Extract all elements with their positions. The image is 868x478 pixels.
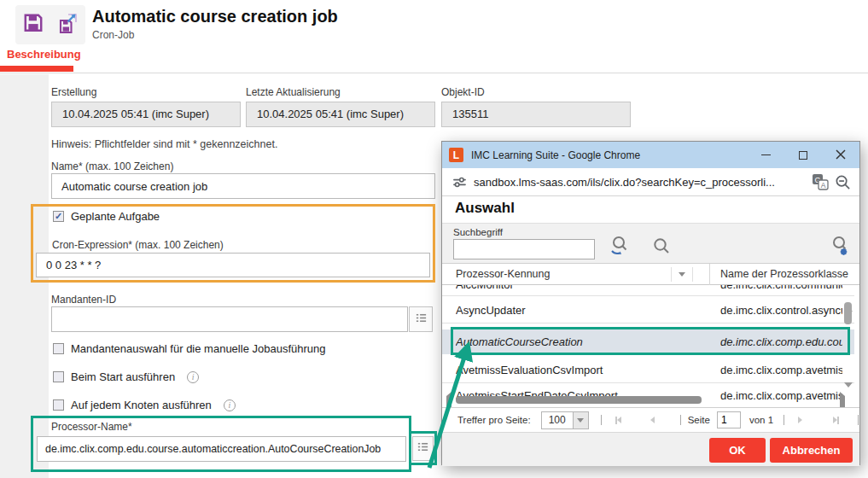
search-button[interactable]: [647, 234, 676, 261]
column-divider: [709, 264, 710, 285]
toolbar: [15, 5, 85, 44]
site-info-icon[interactable]: [452, 175, 467, 189]
last-page-button[interactable]: [833, 417, 839, 424]
active-tab-indicator: [0, 66, 73, 72]
url-bar[interactable]: sandbox.lms-saas.com/ils/clix.do?searchK…: [442, 168, 859, 196]
popup-footer: OK Abbrechen: [442, 432, 859, 466]
row-klasse: de.imc.clix.control.asyncupdate.As: [720, 304, 842, 317]
run-on-every-node-checkbox[interactable]: [53, 399, 64, 411]
tabbar-divider: [0, 73, 868, 73]
name-input[interactable]: [51, 173, 435, 199]
client-id-label: Mandanten-ID: [51, 294, 116, 306]
required-fields-hint: Hinweis: Pflichtfelder sind mit * gekenn…: [51, 138, 277, 150]
next-page-button[interactable]: [798, 417, 802, 423]
created-label: Erstellung: [51, 86, 241, 98]
info-icon[interactable]: [224, 399, 236, 411]
scheduled-task-row: Geplante Aufgabe: [53, 210, 160, 223]
imc-favicon: L: [449, 148, 463, 162]
popup-heading: Auswahl: [455, 200, 515, 217]
page-label: Seite: [688, 415, 710, 425]
search-refresh-icon: [608, 235, 630, 260]
row-kennung: AutomaticCourseCreation: [456, 335, 695, 348]
page-total-label: von 1: [749, 415, 773, 425]
row-kennung: AsyncUpdater: [456, 304, 695, 317]
horizontal-scrollbar-thumb[interactable]: [456, 396, 702, 404]
table-row[interactable]: AvetmissEvaluationCsvImport de.imc.clix.…: [442, 357, 854, 383]
run-on-every-node-row: Auf jedem Knoten ausführen: [53, 399, 236, 411]
page-subtitle: Cron-Job: [92, 29, 134, 41]
row-klasse: de.imc.clix.comp.avetmiss.csvimp: [720, 389, 842, 402]
window-titlebar: L IMC Learning Suite - Google Chrome: [442, 142, 859, 168]
cancel-button[interactable]: Abbrechen: [770, 438, 853, 463]
url-text[interactable]: sandbox.lms-saas.com/ils/clix.do?searchK…: [474, 176, 806, 189]
close-icon: [836, 148, 846, 163]
search-panel: Suchbegriff: [442, 224, 859, 264]
tab-beschreibung[interactable]: Beschreibung: [7, 48, 81, 61]
updated-label: Letzte Aktualisierung: [246, 86, 435, 98]
maximize-icon: [799, 151, 807, 160]
column-header-klasse[interactable]: Name der Prozessorklasse: [720, 268, 848, 280]
translate-icon[interactable]: GA: [812, 173, 829, 190]
processor-name-label: Processor-Name*: [51, 421, 132, 433]
name-label: Name* (max. 100 Zeichen): [51, 160, 173, 172]
column-filter-dropdown[interactable]: [671, 267, 693, 282]
search-settings-icon: [828, 235, 850, 260]
table-row[interactable]: AsyncUpdater de.imc.clix.control.asyncup…: [442, 297, 854, 324]
processor-picker-button[interactable]: [412, 436, 434, 461]
scheduled-task-label: Geplante Aufgabe: [71, 210, 160, 223]
save-icon: [22, 12, 44, 38]
save-and-exit-button[interactable]: [55, 12, 80, 38]
per-page-select[interactable]: 100: [541, 411, 589, 429]
window-title: IMC Learning Suite - Google Chrome: [471, 149, 747, 161]
svg-text:A: A: [821, 181, 826, 189]
run-on-every-node-label: Auf jedem Knoten ausführen: [71, 399, 212, 411]
maximize-button[interactable]: [784, 142, 822, 168]
page-title: Automatic course creation job: [92, 7, 338, 26]
created-field-group: Erstellung 10.04.2025 05:41 (imc Super): [51, 86, 241, 127]
chevron-down-icon: [573, 412, 588, 428]
main-page: Automatic course creation job Cron-Job B…: [0, 0, 868, 478]
search-refresh-button[interactable]: [604, 234, 633, 261]
scroll-down-arrow[interactable]: [844, 388, 853, 403]
cron-input[interactable]: [36, 253, 430, 277]
minimize-button[interactable]: [747, 142, 784, 168]
updated-field-group: Letzte Aktualisierung 10.04.2025 05:41 (…: [246, 86, 435, 127]
pagination-bar: Treffer pro Seite: 100 Seite von 1: [442, 407, 859, 432]
processor-name-input[interactable]: [37, 436, 406, 462]
save-button[interactable]: [20, 12, 46, 38]
client-id-input[interactable]: [51, 306, 408, 332]
row-klasse: de.imc.clix.cmi.communication.me: [720, 285, 842, 291]
client-id-picker-button[interactable]: [409, 306, 433, 332]
row-klasse: de.imc.clix.comp.edu.course.autor: [720, 335, 842, 348]
scheduled-task-checkbox[interactable]: [53, 211, 64, 222]
zoom-out-icon[interactable]: [835, 174, 851, 190]
first-page-button[interactable]: [615, 417, 621, 424]
per-page-label: Treffer pro Seite:: [457, 415, 531, 425]
list-picker-icon: [415, 312, 428, 328]
search-icon: [651, 236, 672, 259]
search-settings-button[interactable]: [824, 234, 853, 261]
row-kennung: AvetmissEvaluationCsvImport: [456, 364, 695, 376]
list-picker-icon: [417, 440, 429, 457]
search-input[interactable]: [453, 239, 595, 259]
client-selection-label: Mandantenauswahl für die manuelle Jobaus…: [71, 342, 325, 355]
client-selection-row: Mandantenauswahl für die manuelle Jobaus…: [53, 342, 325, 355]
chrome-popup-window: L IMC Learning Suite - Google Chrome san…: [441, 141, 860, 465]
prev-page-button[interactable]: [650, 417, 655, 423]
per-page-value: 100: [542, 414, 573, 426]
close-button[interactable]: [822, 142, 859, 168]
table-header: Prozessor-Kennung Name der Prozessorklas…: [442, 264, 859, 285]
info-icon[interactable]: [187, 371, 199, 383]
ok-button[interactable]: OK: [709, 438, 766, 463]
table-row-selected[interactable]: AutomaticCourseCreation de.imc.clix.comp…: [442, 329, 854, 354]
minimize-icon: [761, 154, 771, 155]
row-kennung: AiccMonitor: [456, 285, 695, 291]
vertical-scrollbar-thumb[interactable]: [844, 302, 852, 324]
table-row-clipped[interactable]: AiccMonitor de.imc.clix.cmi.communicatio…: [442, 285, 854, 296]
run-on-start-checkbox[interactable]: [53, 371, 64, 382]
column-header-kennung[interactable]: Prozessor-Kennung: [456, 268, 550, 280]
updated-value: 10.04.2025 05:41 (imc Super): [246, 102, 435, 127]
page-number-input[interactable]: [717, 411, 741, 428]
run-on-start-label: Beim Start ausführen: [71, 370, 175, 383]
client-selection-checkbox[interactable]: [53, 343, 64, 354]
